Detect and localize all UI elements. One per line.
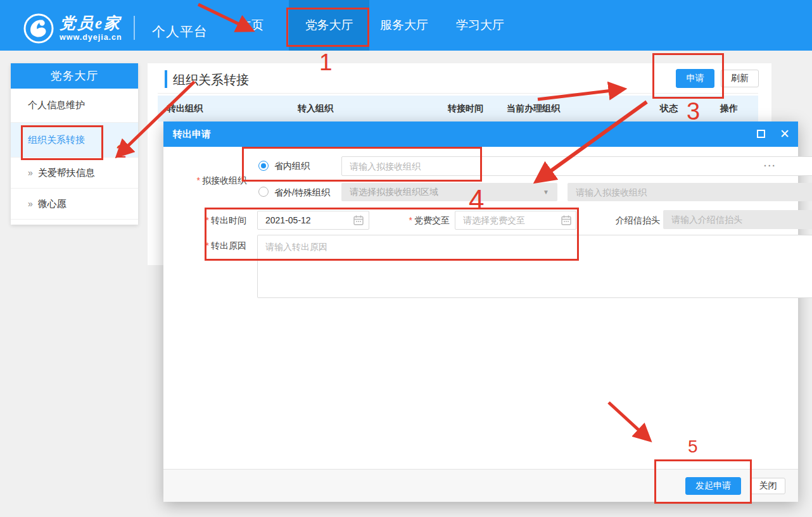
col-header-time: 转接时间 — [448, 96, 483, 121]
logo[interactable]: 党员e家 www.dyejia.cn — [23, 13, 122, 44]
col-header-handling-org: 当前办理组织 — [507, 96, 560, 121]
fee-paid-label: *党费交至 — [385, 211, 450, 230]
maximize-icon[interactable] — [757, 130, 765, 138]
nav-item-party-hall[interactable]: 党务大厅 — [289, 0, 369, 51]
radio-out-province-label[interactable]: 省外/特殊组织 — [274, 187, 330, 199]
org-picker-more-button[interactable]: ··· — [764, 161, 777, 171]
dialog-title: 转出申请 — [173, 128, 211, 140]
required-asterisk: * — [197, 175, 200, 185]
out-province-org-input[interactable] — [568, 183, 812, 201]
sidebar-item-care-support[interactable]: » 关爱帮扶信息 — [11, 158, 138, 189]
region-select-placeholder: 请选择拟接收组织区域 — [350, 187, 438, 198]
sidebar-item-micro-wish[interactable]: » 微心愿 — [11, 189, 138, 220]
col-header-out-org: 转出组织 — [167, 96, 203, 121]
sidebar: 党务大厅 个人信息维护 组织关系转接 » 关爱帮扶信息 » 微心愿 — [11, 63, 138, 225]
refresh-button[interactable]: 刷新 — [721, 70, 759, 87]
close-dialog-button[interactable]: 关闭 — [751, 478, 785, 494]
page-title: 组织关系转接 — [173, 72, 249, 89]
nav-item-home[interactable]: 主页 — [239, 0, 263, 51]
sidebar-item-label: 组织关系转接 — [28, 134, 85, 146]
brand-url: www.dyejia.cn — [60, 33, 122, 42]
dialog-titlebar: 转出申请 ✕ — [163, 121, 798, 147]
sidebar-item-label: 关爱帮扶信息 — [38, 167, 95, 179]
sidebar-item-org-transfer[interactable]: 组织关系转接 — [11, 123, 138, 158]
dialog-footer: 发起申请 关闭 — [163, 469, 798, 502]
letter-title-label: 介绍信抬头 — [590, 211, 660, 230]
calendar-icon[interactable] — [353, 215, 364, 225]
nav-item-service-hall[interactable]: 服务大厅 — [380, 0, 428, 51]
col-header-action: 操作 — [720, 96, 738, 121]
sidebar-item-label: 个人信息维护 — [28, 99, 85, 111]
reason-label: *转出原因 — [177, 239, 246, 252]
close-icon[interactable]: ✕ — [780, 127, 790, 141]
title-divider — [158, 93, 758, 94]
nav-platform-label[interactable]: 个人平台 — [152, 23, 208, 40]
table-header-row: 转出组织 转入组织 转接时间 当前办理组织 状态 操作 — [158, 96, 758, 121]
chevron-down-icon: ▼ — [543, 189, 549, 196]
radio-out-province[interactable] — [258, 187, 269, 197]
sidebar-item-label: 微心愿 — [38, 198, 67, 210]
top-navbar: 党员e家 www.dyejia.cn 个人平台 主页 党务大厅 服务大厅 学习大… — [0, 0, 812, 51]
chevron-right-icon: » — [28, 168, 33, 178]
radio-in-province[interactable] — [258, 161, 269, 171]
required-asterisk: * — [206, 240, 209, 251]
chevron-right-icon: » — [28, 199, 33, 209]
brand-name: 党员e家 — [60, 15, 122, 32]
required-asterisk: * — [206, 215, 209, 225]
fee-paid-input[interactable] — [455, 211, 576, 230]
receiving-org-label: *拟接收组织 — [177, 174, 246, 187]
region-select[interactable]: 请选择拟接收组织区域 ▼ — [341, 183, 557, 201]
nav-divider — [134, 16, 135, 40]
reason-textarea[interactable] — [257, 235, 812, 298]
letter-title-input[interactable] — [663, 210, 812, 229]
sidebar-header: 党务大厅 — [11, 63, 138, 89]
apply-button[interactable]: 申请 — [676, 69, 714, 88]
radio-in-province-label[interactable]: 省内组织 — [274, 161, 310, 172]
calendar-icon[interactable] — [561, 215, 571, 225]
nav-item-study-hall[interactable]: 学习大厅 — [456, 0, 504, 51]
title-accent-bar — [165, 70, 167, 88]
col-header-status: 状态 — [660, 96, 678, 121]
logo-icon — [23, 13, 54, 44]
required-asterisk: * — [409, 215, 412, 225]
transfer-date-input[interactable] — [257, 211, 369, 230]
submit-application-button[interactable]: 发起申请 — [685, 477, 741, 495]
sidebar-item-personal-info[interactable]: 个人信息维护 — [11, 89, 138, 123]
col-header-in-org: 转入组织 — [298, 96, 333, 121]
transfer-date-label: *转出时间 — [177, 211, 246, 230]
receiving-org-input[interactable] — [341, 156, 812, 176]
transfer-out-dialog: 转出申请 ✕ *拟接收组织 省内组织 ··· 省外/特殊组织 请选择拟接收组织区… — [163, 121, 798, 502]
